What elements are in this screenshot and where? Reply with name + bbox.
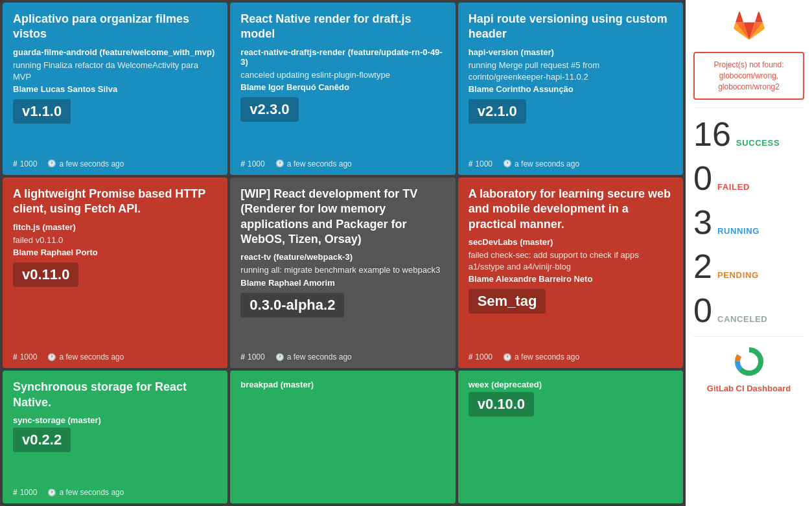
card-title: [WIP] React development for TV (Renderer… [240,187,445,247]
card-version: v0.11.0 [13,262,78,287]
clock-icon [47,159,56,168]
card-blame: Blame Raphael Amorim [240,278,445,288]
card-title: A lightweight Promise based HTTP client,… [13,187,217,217]
card-desc: failed check-sec: add support to check i… [469,249,673,273]
card-repo: weex (deprecated) [469,380,673,389]
card-footer: 1000 a few seconds ago [13,155,217,168]
hash-icon [469,159,473,168]
card-title: Hapi route versioning using custom heade… [469,12,673,42]
card-repo: hapi-version (master) [469,47,673,57]
card-repo: react-tv (feature/webpack-3) [240,252,445,262]
card-issue: 1000 [240,159,264,168]
card-version: Sem_tag [469,289,546,314]
card-version: v2.3.0 [240,97,298,122]
card-footer: 1000 a few seconds ago [240,155,445,168]
card-blame: Blame Corintho Assunção [469,84,673,94]
pipeline-card-card-8[interactable]: breakpad (master) [230,371,455,503]
success-label: SUCCESS [736,138,780,148]
sidebar: Project(s) not found: globocom/wrong, gl… [686,0,812,506]
hash-icon [240,352,245,362]
pipeline-card-card-3[interactable]: Hapi route versioning using custom heade… [458,3,683,175]
card-time: a few seconds ago [503,159,579,168]
card-time: a few seconds ago [275,352,352,362]
card-title: React Native render for draft.js model [240,12,445,42]
card-issue: 1000 [13,159,37,168]
clock-icon [275,159,284,168]
card-blame: Blame Lucas Santos Silva [13,84,217,94]
pipeline-card-card-2[interactable]: React Native render for draft.js modelre… [230,3,455,175]
card-footer: 1000 a few seconds ago [469,349,673,362]
pipeline-card-card-5[interactable]: [WIP] React development for TV (Renderer… [230,178,455,369]
card-title: Aplicativo para organizar filmes vistos [13,12,217,42]
card-version: v1.1.0 [13,99,71,124]
failed-count: 0 [693,161,712,195]
pie-chart-icon [735,347,763,376]
card-desc: failed v0.11.0 [13,235,217,246]
gitlab-ci-label: GitLab CI Dashboard [707,384,791,393]
card-repo: secDevLabs (master) [469,237,673,247]
card-blame: Blame Raphael Porto [13,247,217,257]
gitlab-logo-icon [734,10,765,41]
card-footer: 1000 a few seconds ago [240,349,445,362]
clock-icon [47,353,56,362]
stat-canceled: 0 CANCELED [693,292,804,328]
success-count: 16 [693,117,731,151]
hash-icon [240,159,245,168]
pipeline-card-card-7[interactable]: Synchronous storage for React Native.syn… [3,371,227,503]
pending-label: PENDING [717,270,759,280]
card-repo: react-native-draftjs-render (feature/upd… [240,47,445,67]
card-issue: 1000 [13,488,37,497]
card-time: a few seconds ago [275,159,352,168]
card-issue: 1000 [240,352,264,362]
stat-running: 3 RUNNING [693,204,804,240]
card-version: v0.10.0 [469,392,534,417]
pipeline-card-card-9[interactable]: weex (deprecated)v0.10.0 [458,371,683,503]
error-message: Project(s) not found: globocom/wrong, gl… [693,52,804,100]
card-time: a few seconds ago [503,352,579,362]
card-desc: running Merge pull request #5 from corin… [469,60,673,83]
card-version: v0.2.2 [13,428,71,452]
canceled-label: CANCELED [717,314,767,324]
divider-2 [693,336,804,337]
card-footer: 1000 a few seconds ago [469,155,673,168]
card-version: 0.3.0-alpha.2 [240,293,344,317]
pipeline-card-card-1[interactable]: Aplicativo para organizar filmes vistosg… [3,3,227,175]
clock-icon [47,489,56,497]
card-title: A laboratory for learning secure web and… [469,187,673,232]
stat-pending: 2 PENDING [693,248,804,284]
pipeline-card-card-4[interactable]: A lightweight Promise based HTTP client,… [3,178,227,369]
running-label: RUNNING [717,226,760,236]
card-desc: canceled updating eslint-plugin-flowtype [240,69,445,81]
card-repo: breakpad (master) [240,380,445,389]
pipeline-grid: Aplicativo para organizar filmes vistosg… [0,0,686,506]
running-count: 3 [693,205,712,239]
card-desc: running all: migrate benchmark example t… [240,264,445,276]
card-blame: Blame Alexandre Barreiro Neto [469,274,673,284]
pending-count: 2 [693,249,712,283]
card-version: v2.1.0 [469,99,526,124]
card-time: a few seconds ago [47,352,124,362]
clock-icon [503,353,512,362]
card-title: Synchronous storage for React Native. [13,380,217,410]
svg-point-3 [743,355,756,368]
canceled-count: 0 [693,293,712,327]
card-footer: 1000 a few seconds ago [13,349,217,362]
hash-icon [469,352,473,362]
card-issue: 1000 [13,352,37,362]
failed-label: FAILED [717,182,750,192]
card-issue: 1000 [469,352,493,362]
card-issue: 1000 [469,159,493,168]
clock-icon [503,159,512,168]
divider-1 [693,108,804,108]
hash-icon [13,159,17,168]
pipeline-card-card-6[interactable]: A laboratory for learning secure web and… [458,178,683,369]
card-repo: guarda-filme-android (feature/welcome_wi… [13,47,217,57]
stat-success: 16 SUCCESS [693,116,804,152]
card-repo: sync-storage (master) [13,415,217,425]
card-repo: fitch.js (master) [13,222,217,232]
stat-failed: 0 FAILED [693,160,804,196]
card-blame: Blame Igor Berquó Canêdo [240,82,445,92]
hash-icon [13,352,17,362]
error-text: Project(s) not found: globocom/wrong, gl… [713,60,783,91]
card-time: a few seconds ago [47,488,124,497]
